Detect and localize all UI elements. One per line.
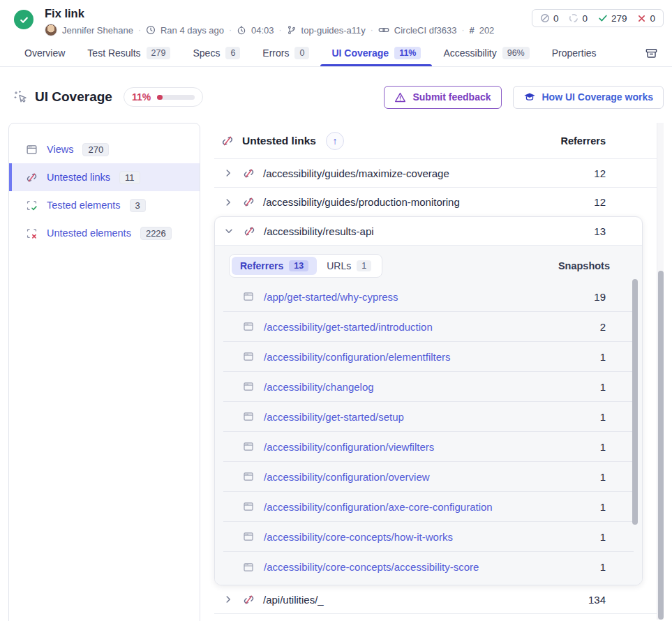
graduation-cap-icon — [523, 91, 536, 103]
failed-icon — [637, 14, 646, 23]
pending-stat: 0 — [569, 13, 588, 24]
how-ui-coverage-works-button[interactable]: How UI Coverage works — [513, 86, 664, 109]
chevron-right-icon[interactable] — [223, 594, 234, 604]
sidebar-item-label: Views — [47, 144, 73, 155]
window-icon — [243, 291, 254, 302]
untested-link-row[interactable]: /accessibility/guides/production-monitor… — [214, 188, 657, 216]
ui-coverage-icon — [14, 90, 28, 104]
referrer-count: 13 — [594, 225, 606, 237]
tab-properties[interactable]: Properties — [541, 40, 608, 66]
coverage-score: 11% — [132, 91, 151, 103]
snapshot-count: 1 — [600, 351, 606, 363]
tab-errors[interactable]: Errors0 — [251, 40, 320, 66]
referrer-link[interactable]: /accessibility/changelog — [264, 381, 374, 393]
expanded-link-row[interactable]: /accessibility/results-api 13 — [215, 217, 642, 245]
snapshot-count: 1 — [600, 441, 606, 453]
broken-link-icon — [243, 167, 255, 179]
sidebar-item-untested-links[interactable]: Untested links 11 — [9, 163, 200, 191]
skipped-icon — [540, 13, 550, 23]
referrers-urls-tabs: Referrers 13 URLs 1 — [229, 254, 382, 278]
referrer-row[interactable]: /accessibility/configuration/overview 1 — [223, 462, 634, 492]
sidebar-item-label: Tested elements — [47, 200, 121, 211]
tab-badge: 6 — [225, 47, 240, 59]
referrer-row[interactable]: /accessibility/configuration/axe-core-co… — [223, 492, 634, 522]
link-path: /accessibility/guides/maximize-coverage — [263, 167, 449, 179]
chevron-right-icon[interactable] — [223, 168, 234, 178]
window-icon — [243, 531, 254, 542]
page-scrollbar-thumb[interactable] — [658, 271, 664, 620]
run-passed-icon — [14, 10, 33, 29]
submit-feedback-button[interactable]: Submit feedback — [384, 86, 501, 109]
failed-stat: 0 — [637, 13, 655, 24]
referrer-link[interactable]: /accessibility/get-started/introduction — [264, 321, 433, 333]
referrer-link[interactable]: /accessibility/configuration/viewfilters — [264, 441, 434, 453]
tab-urls[interactable]: URLs 1 — [318, 257, 380, 275]
tab-referrers[interactable]: Referrers 13 — [232, 257, 317, 275]
sidebar-item-tested-elements[interactable]: Tested elements 3 — [9, 191, 200, 219]
tab-ui-coverage[interactable]: UI Coverage11% — [320, 40, 432, 66]
referrer-link[interactable]: /accessibility/core-concepts/accessibili… — [264, 561, 479, 573]
referrer-row[interactable]: /accessibility/get-started/setup 1 — [223, 402, 634, 432]
snapshot-count: 1 — [600, 561, 606, 573]
referrer-row[interactable]: /accessibility/configuration/elementfilt… — [223, 342, 634, 372]
expanded-link-card: /accessibility/results-api 13 Referrers … — [214, 216, 643, 585]
link-path: /accessibility/results-api — [264, 225, 374, 237]
snapshot-count: 1 — [600, 471, 606, 483]
referrer-row[interactable]: /app/get-started/why-cypress 19 — [223, 282, 634, 312]
run-duration: 04:03 — [251, 25, 274, 36]
coverage-score-pill: 11% — [124, 87, 203, 107]
sidebar-item-label: Untested elements — [47, 227, 131, 239]
page-title: UI Coverage — [35, 89, 112, 105]
tab-badge: 1 — [357, 260, 371, 271]
sidebar-item-badge: 2226 — [140, 227, 172, 240]
chevron-down-icon[interactable] — [224, 226, 235, 236]
referrer-row[interactable]: /accessibility/core-concepts/how-it-work… — [223, 522, 634, 552]
page-scrollbar[interactable] — [657, 123, 664, 620]
run-results-summary: 0 0 279 0 — [532, 9, 664, 27]
clock-icon — [146, 25, 156, 35]
tab-overview[interactable]: Overview — [13, 40, 76, 66]
referrer-row[interactable]: /accessibility/core-concepts/accessibili… — [223, 552, 634, 582]
tab-badge: 11% — [394, 47, 421, 59]
link-path: /accessibility/guides/production-monitor… — [263, 196, 460, 208]
snapshot-count: 1 — [600, 531, 606, 543]
snapshot-count: 2 — [600, 321, 606, 333]
referrer-link[interactable]: /accessibility/configuration/axe-core-co… — [264, 501, 493, 513]
referrer-count: 134 — [588, 594, 606, 606]
untested-link-row[interactable]: /accessibility/guides/maximize-coverage … — [214, 159, 657, 188]
tab-test-results[interactable]: Test Results279 — [76, 40, 181, 66]
inner-scrollbar-thumb[interactable] — [632, 279, 638, 525]
tab-badge: 279 — [147, 47, 171, 59]
coverage-progress-bar — [157, 95, 195, 100]
referrer-link[interactable]: /accessibility/configuration/overview — [264, 471, 430, 483]
referrer-list: /app/get-started/why-cypress 19 /accessi… — [223, 282, 634, 582]
skipped-stat: 0 — [540, 13, 559, 24]
run-header: Fix link Jennifer Shehane · Ran 4 days a… — [0, 0, 672, 40]
untested-link-row[interactable]: /api/utilities/_ 134 — [214, 585, 657, 614]
referrer-link[interactable]: /accessibility/core-concepts/how-it-work… — [264, 531, 453, 543]
referrer-row[interactable]: /accessibility/changelog 1 — [223, 372, 634, 402]
tab-accessibility[interactable]: Accessibility96% — [432, 40, 540, 66]
archive-icon[interactable] — [645, 47, 658, 60]
sidebar-item-views[interactable]: Views 270 — [9, 135, 200, 163]
referrer-row[interactable]: /accessibility/get-started/introduction … — [223, 312, 634, 342]
referrer-link[interactable]: /accessibility/configuration/elementfilt… — [264, 351, 451, 363]
git-branch-icon — [287, 25, 297, 35]
snapshots-column-header: Snapshots — [558, 260, 610, 271]
coverage-sidebar: Views 270 Untested links 11 Tested eleme… — [8, 123, 200, 621]
broken-link-icon — [243, 196, 255, 208]
window-icon — [26, 144, 38, 156]
referrer-link[interactable]: /app/get-started/why-cypress — [264, 291, 398, 303]
chevron-right-icon[interactable] — [223, 197, 234, 207]
tab-specs[interactable]: Specs6 — [181, 40, 251, 66]
sidebar-item-untested-elements[interactable]: Untested elements 2226 — [9, 219, 200, 247]
referrer-link[interactable]: /accessibility/get-started/setup — [264, 411, 404, 423]
snapshot-count: 1 — [600, 411, 606, 423]
referrer-row[interactable]: /accessibility/configuration/viewfilters… — [223, 432, 634, 462]
author-name: Jennifer Shehane — [62, 25, 133, 36]
run-tabbar: Overview Test Results279 Specs6 Errors0 … — [0, 40, 672, 67]
referrer-count: 12 — [594, 167, 606, 179]
sort-ascending-button[interactable]: ↑ — [326, 132, 344, 150]
window-icon — [243, 411, 254, 422]
snapshot-count: 1 — [600, 381, 606, 393]
